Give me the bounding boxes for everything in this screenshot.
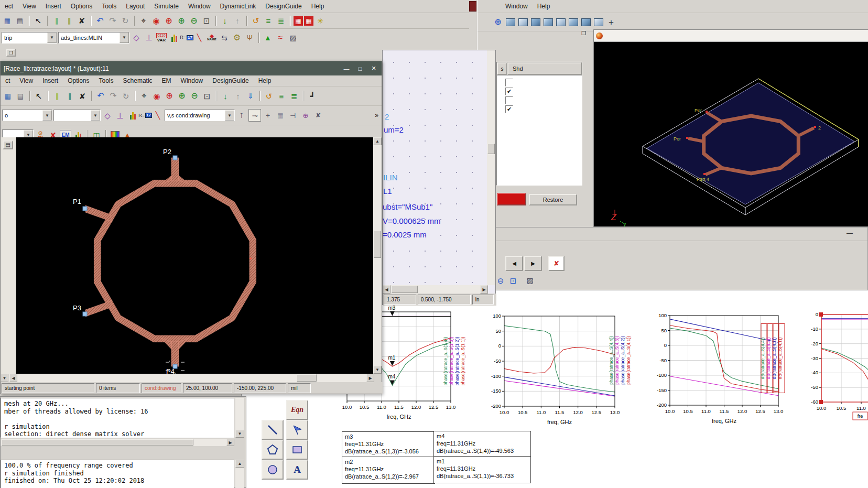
main-menu-item[interactable]: Layout [121,1,149,12]
cube-icon[interactable] [542,16,554,28]
zoom-select-icon[interactable]: ⊡ [201,15,212,27]
shd-checkbox-1[interactable] [505,79,513,86]
main-menu-item[interactable]: ect [0,1,18,12]
plot-1[interactable]: 10.010.511.011.512.012.513.0100500-50-10… [443,313,620,425]
console-vscrollbar-upper[interactable]: ▼ [235,398,244,438]
toolbar-overflow-chevron[interactable]: » [375,112,380,119]
layout-menu-item[interactable]: Tools [94,75,118,86]
console-log-lower[interactable]: 100.0 % of frequency range coveredr simu… [1,460,234,488]
console-log-upper[interactable]: mesh at 20 GHz...mber of threads allowed… [1,398,234,438]
close-page-button[interactable]: ✘ [548,256,565,271]
equation-tool-button[interactable]: Eqn [286,400,308,420]
scroll-right-icon[interactable]: ▶ [480,285,488,294]
main-menu-item[interactable]: View [18,1,41,12]
delete-x-icon[interactable]: ✘ [77,90,88,102]
polygon-tool-button[interactable] [262,440,284,460]
plot-export-icon[interactable]: ▨ [524,275,536,286]
arrow-up-green-icon[interactable]: ▲ [262,32,274,44]
selection-handle[interactable] [819,312,823,317]
snap-vertex-icon[interactable]: + [262,110,274,121]
align-center-icon[interactable]: ≡ [276,90,287,102]
minimize-icon[interactable]: — [342,64,351,73]
zoom-in-icon[interactable]: ⊕ [163,15,175,27]
grid-red-icon[interactable]: ▦ [304,16,313,26]
layout-menu-item[interactable]: Help [254,75,276,86]
move-grid-icon[interactable]: ⌖ [138,90,150,102]
page-back-button[interactable]: ◀ [505,256,523,271]
cube-b-icon[interactable] [555,16,567,28]
layout-menu-item[interactable]: Schematic [118,75,157,86]
cube-b-icon[interactable] [517,16,529,28]
snap-pin-icon[interactable]: ⊸ [248,109,261,122]
ground-icon[interactable]: ⊥ [114,110,126,121]
scroll-down-icon[interactable]: ▼ [373,366,382,374]
wave-red-icon[interactable]: ≈ [275,32,286,44]
marker-readout-m3[interactable]: m3 freq=11.31GHz dB(ratrace_a..S(1,3))=-… [342,431,435,459]
zoom-in-2-icon[interactable]: ⊕ [176,90,188,102]
port-hex-icon[interactable]: ◇ [102,110,113,121]
export-up-icon[interactable]: ↑ [232,90,244,102]
layout-vscrollbar[interactable]: ▲ ▼ [373,137,382,374]
zoom-in-icon[interactable]: ⊕ [164,90,175,102]
ground-icon[interactable]: ⊥ [143,32,155,44]
distribute-icon[interactable]: ≣ [288,90,300,102]
push-down-icon[interactable]: ⇓ [245,90,256,102]
zoom-window-icon[interactable]: ⊡ [507,275,519,286]
schematic-hscrollbar[interactable]: ◀ ▶ [383,285,488,294]
line-tool-icon[interactable]: ╲ [152,110,164,121]
main-menu-item[interactable]: Options [66,1,97,12]
save-icon[interactable]: ▦ [2,15,13,27]
main-menu-item[interactable]: Simulate [149,1,183,12]
print-icon[interactable]: ▤ [15,90,26,102]
layout-menu-item[interactable]: Insert [38,75,63,86]
r17-icon[interactable]: R=17 [181,32,192,44]
scroll-left-icon[interactable]: ◀ [9,374,17,382]
distribute-icon[interactable]: ≣ [275,15,287,27]
scroll-down-icon[interactable]: ▼ [1,374,8,382]
cube-c-icon[interactable] [580,16,592,28]
apply-button[interactable] [497,193,526,205]
redo-icon[interactable]: ↷ [107,15,118,27]
snap-grid-icon[interactable]: ▦ [275,110,286,121]
marker-readout-m2[interactable]: m2 freq=11.31GHz dB(ratrace_a..S(1,2))=-… [342,457,435,484]
zoom-area-icon[interactable]: ◉ [150,15,162,27]
redo-all-icon[interactable]: ↻ [120,90,132,102]
dialog-restore-icon[interactable]: ❐ [581,30,586,36]
bars-icon[interactable] [168,34,180,42]
undo-icon[interactable]: ↶ [95,90,106,102]
maximize-icon[interactable]: □ [355,64,365,73]
layout-titlebar[interactable]: [Race_lib:ratrace:layout] * (Layout):11 … [1,61,382,75]
shd-column-header[interactable]: Shd [507,62,582,75]
main-menu-item[interactable]: DesignGuide [261,1,306,12]
tuning-icon[interactable]: Ψ [244,32,255,44]
zoom-in-2-icon[interactable]: ⊕ [176,15,187,27]
layout-menu-item[interactable]: EM [157,75,176,86]
selection-handle[interactable] [819,400,823,404]
layout-menu-item[interactable]: Options [63,75,94,86]
snap-wire-icon[interactable]: ✘ [312,110,324,121]
layer-dropdown[interactable]: o▼ [2,110,52,121]
layer-col-header-partial[interactable]: s [497,62,507,75]
wand-icon[interactable]: ✳ [314,15,326,27]
shd-checkbox-2[interactable]: ✔ [505,88,513,95]
r17-icon[interactable]: R=17 [139,110,151,121]
shd-checkbox-4[interactable]: ✔ [505,105,513,113]
scroll-right-icon[interactable]: ▶ [226,439,234,446]
cube-b-icon[interactable] [593,16,604,28]
split-arrows-icon[interactable]: ⇆ [219,32,230,44]
layout-menu-item[interactable]: View [15,75,38,86]
main-menu-item[interactable]: DynamicLink [215,1,261,12]
delete-x-icon[interactable]: ✘ [76,15,88,27]
cube-icon[interactable] [505,16,516,28]
plot-2[interactable]: 10.010.511.011.512.012.513.0100500-50-10… [609,312,783,424]
zoom-area-icon[interactable]: ◉ [151,90,162,102]
line-tool-icon[interactable]: ╲ [193,32,205,44]
snap-circle-icon[interactable]: ⊕ [300,110,311,121]
redo-icon[interactable]: ↷ [107,90,119,102]
cursor-icon[interactable]: ↖ [32,15,44,27]
port-hex-icon[interactable]: ◇ [131,32,142,44]
layout-menu-item[interactable]: Window [176,75,208,86]
grid-red-icon[interactable]: ▦ [294,16,303,26]
component-dropdown[interactable]: ads_tlines:MLIN▼ [58,32,129,44]
chart-export-icon[interactable]: ▨ [287,32,299,44]
